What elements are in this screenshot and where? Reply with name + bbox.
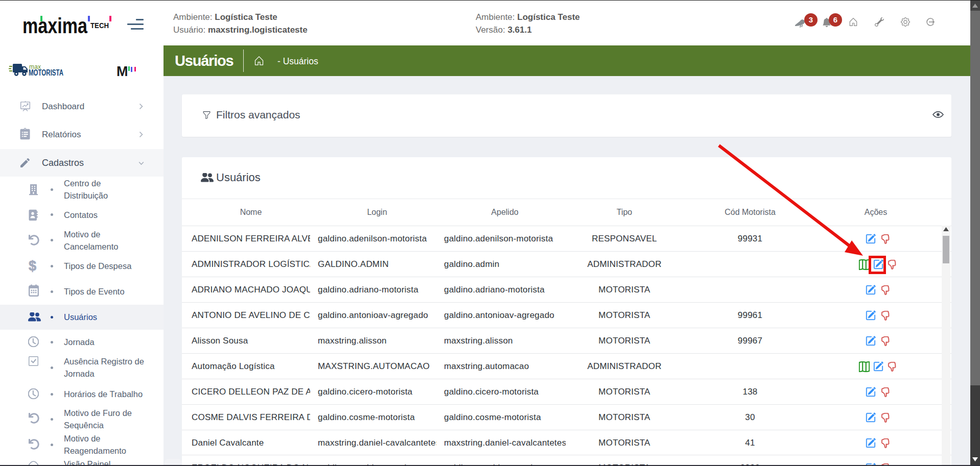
svg-text:maxima: maxima	[22, 14, 88, 37]
svg-text:MOTORISTA: MOTORISTA	[29, 68, 63, 77]
svg-text:TECH: TECH	[90, 21, 109, 30]
